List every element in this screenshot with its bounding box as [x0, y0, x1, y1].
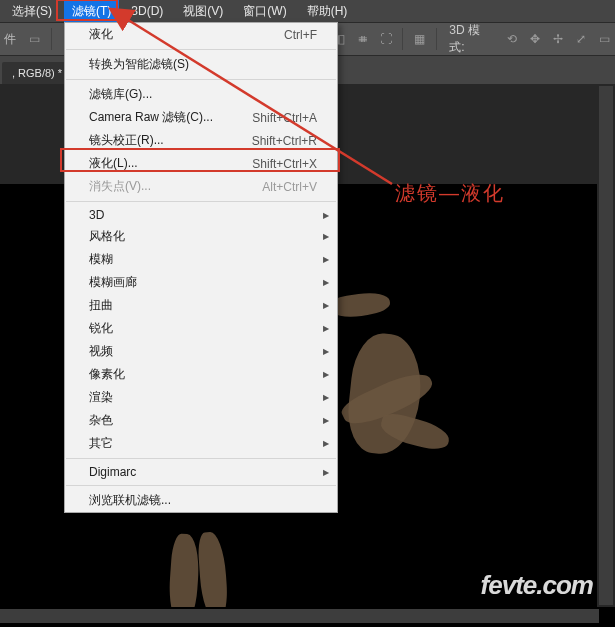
menu-item-label: 液化: [89, 26, 113, 43]
menu-item[interactable]: 液化(L)...Shift+Ctrl+X: [65, 152, 337, 175]
menu-item[interactable]: 渲染: [65, 386, 337, 409]
menu-item[interactable]: 杂色: [65, 409, 337, 432]
menu-item[interactable]: 风格化: [65, 225, 337, 248]
scrollbar-horizontal[interactable]: [0, 609, 599, 623]
tool-icon[interactable]: ▭: [594, 28, 615, 50]
menu-item[interactable]: 扭曲: [65, 294, 337, 317]
menu-item-label: 转换为智能滤镜(S): [89, 56, 189, 73]
toolbar-icon[interactable]: ⛶: [375, 28, 396, 50]
menu-item-label: 模糊: [89, 251, 113, 268]
menu-item-label: 锐化: [89, 320, 113, 337]
menu-item[interactable]: 模糊: [65, 248, 337, 271]
menu-3d[interactable]: 3D(D): [123, 1, 171, 21]
menu-help[interactable]: 帮助(H): [299, 0, 356, 23]
menu-item-label: 消失点(V)...: [89, 178, 151, 195]
toolbar-icon[interactable]: ▦: [409, 28, 430, 50]
move-icon[interactable]: ✢: [548, 28, 569, 50]
menu-item[interactable]: 液化Ctrl+F: [65, 23, 337, 46]
menu-item-shortcut: Shift+Ctrl+X: [252, 157, 317, 171]
scrollbar-vertical[interactable]: [599, 86, 613, 605]
scale-icon[interactable]: ⤢: [571, 28, 592, 50]
menu-filter[interactable]: 滤镜(T): [64, 0, 119, 23]
menu-item-label: 渲染: [89, 389, 113, 406]
menu-item[interactable]: Camera Raw 滤镜(C)...Shift+Ctrl+A: [65, 106, 337, 129]
toolbar-icon[interactable]: ⩩: [352, 28, 373, 50]
menu-item-label: 扭曲: [89, 297, 113, 314]
menu-item-label: 像素化: [89, 366, 125, 383]
menu-item-shortcut: Alt+Ctrl+V: [262, 180, 317, 194]
menu-bar: 选择(S) 滤镜(T) 3D(D) 视图(V) 窗口(W) 帮助(H): [0, 0, 615, 22]
orbit-icon[interactable]: ⟲: [501, 28, 522, 50]
menu-item[interactable]: 像素化: [65, 363, 337, 386]
annotation-text: 滤镜—液化: [395, 180, 505, 207]
menu-select[interactable]: 选择(S): [4, 0, 60, 23]
menu-item-label: Digimarc: [89, 465, 136, 479]
toolbar-icon[interactable]: ▭: [24, 28, 45, 50]
menu-item-label: 模糊画廊: [89, 274, 137, 291]
menu-item[interactable]: 其它: [65, 432, 337, 455]
menu-item-label: 视频: [89, 343, 113, 360]
menu-item-label: 滤镜库(G)...: [89, 86, 152, 103]
menu-item[interactable]: 滤镜库(G)...: [65, 83, 337, 106]
menu-item-label: Camera Raw 滤镜(C)...: [89, 109, 213, 126]
menu-item[interactable]: Digimarc: [65, 462, 337, 482]
menu-item-label: 3D: [89, 208, 104, 222]
3d-mode-label: 3D 模式:: [449, 22, 493, 56]
menu-item[interactable]: 镜头校正(R)...Shift+Ctrl+R: [65, 129, 337, 152]
menu-item[interactable]: 转换为智能滤镜(S): [65, 53, 337, 76]
menu-item[interactable]: 锐化: [65, 317, 337, 340]
menu-item-label: 浏览联机滤镜...: [89, 492, 171, 509]
menu-item-label: 其它: [89, 435, 113, 452]
document-tab[interactable]: , RGB/8) *: [2, 62, 72, 84]
menu-item-shortcut: Shift+Ctrl+A: [252, 111, 317, 125]
pan-icon[interactable]: ✥: [525, 28, 546, 50]
menu-item-shortcut: Ctrl+F: [284, 28, 317, 42]
menu-item-shortcut: Shift+Ctrl+R: [252, 134, 317, 148]
menu-item[interactable]: 模糊画廊: [65, 271, 337, 294]
menu-window[interactable]: 窗口(W): [235, 0, 294, 23]
watermark: fevte.com: [481, 570, 593, 601]
menu-view[interactable]: 视图(V): [175, 0, 231, 23]
filter-dropdown: 液化Ctrl+F转换为智能滤镜(S)滤镜库(G)...Camera Raw 滤镜…: [64, 22, 338, 513]
menu-item[interactable]: 视频: [65, 340, 337, 363]
menu-item: 消失点(V)...Alt+Ctrl+V: [65, 175, 337, 198]
menu-item[interactable]: 3D: [65, 205, 337, 225]
menu-item-label: 杂色: [89, 412, 113, 429]
menu-item-label: 液化(L)...: [89, 155, 138, 172]
menu-item-label: 风格化: [89, 228, 125, 245]
menu-item[interactable]: 浏览联机滤镜...: [65, 489, 337, 512]
menu-item-label: 镜头校正(R)...: [89, 132, 164, 149]
toolbar-left-text: 件: [4, 31, 16, 48]
